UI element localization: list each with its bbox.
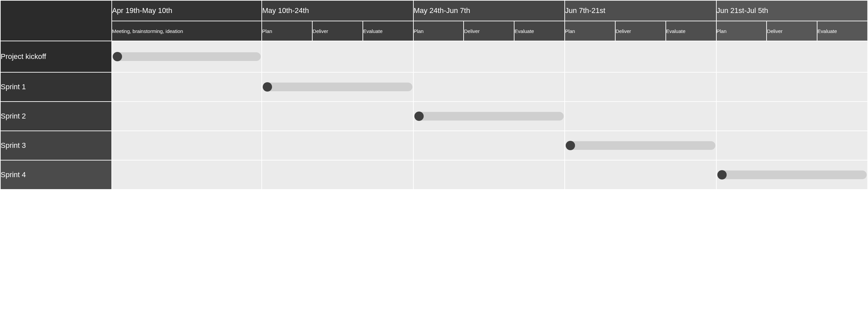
period-header: May 10th-24th [262,1,413,21]
row-header: Project kickoff [1,41,112,72]
gantt-bar [566,141,715,150]
gantt-cell [717,73,867,101]
period-subheader: Plan [262,21,312,40]
period-header: Jun 21st-Jul 5th [717,1,867,21]
gantt-cell [717,131,867,160]
gantt-corner-cell [1,1,112,40]
gantt-chart: Apr 19th-May 10thMay 10th-24thMay 24th-J… [0,0,868,190]
period-subheader: Deliver [767,21,817,40]
period-subheader: Plan [717,21,767,40]
period-header: May 24th-Jun 7th [414,1,564,21]
gantt-cell [112,41,261,72]
gantt-bar [263,82,412,92]
gantt-cell [565,102,716,131]
period-subheader: Deliver [313,21,363,40]
gantt-cell [262,73,413,101]
period-subheader: Evaluate [666,21,716,40]
gantt-bar [414,112,564,121]
gantt-cell [112,73,261,101]
gantt-bar-track [416,112,564,120]
period-subheader: Evaluate [817,21,867,40]
gantt-bar-track [114,52,261,61]
gantt-cell [565,161,716,189]
gantt-bar-track [264,83,412,91]
gantt-bar-start-dot [566,141,575,150]
row-header: Sprint 4 [1,161,112,189]
period-header: Jun 7th-21st [565,1,716,21]
row-header: Sprint 2 [1,102,112,131]
row-header: Sprint 1 [1,73,112,101]
period-subheader: Evaluate [515,21,564,40]
gantt-cell [717,41,867,72]
gantt-cell [717,102,867,131]
gantt-cell [717,161,867,189]
gantt-bar [113,52,261,61]
period-subheader: Meeting, brainstorming, ideation [112,21,261,40]
gantt-cell [112,102,261,131]
gantt-cell [262,161,413,189]
gantt-cell [414,161,564,189]
period-header: Apr 19th-May 10th [112,1,261,21]
gantt-cell [262,102,413,131]
gantt-cell [262,131,413,160]
gantt-cell [414,73,564,101]
gantt-cell [262,41,413,72]
row-header: Sprint 3 [1,131,112,160]
gantt-cell [565,131,716,160]
gantt-cell [414,41,564,72]
period-subheader: Plan [565,21,615,40]
period-subheader: Evaluate [363,21,413,40]
gantt-bar-track [567,141,715,150]
gantt-cell [414,131,564,160]
period-subheader: Deliver [616,21,665,40]
gantt-bar-start-dot [113,52,122,61]
period-subheader: Plan [414,21,464,40]
gantt-cell [565,73,716,101]
gantt-bar-start-dot [414,112,424,121]
gantt-bar-start-dot [717,170,727,179]
gantt-cell [565,41,716,72]
gantt-bar-start-dot [263,82,272,92]
gantt-cell [112,131,261,160]
gantt-bar-track [719,171,867,179]
gantt-cell [112,161,261,189]
gantt-bar [717,170,867,179]
gantt-cell [414,102,564,131]
period-subheader: Deliver [464,21,514,40]
